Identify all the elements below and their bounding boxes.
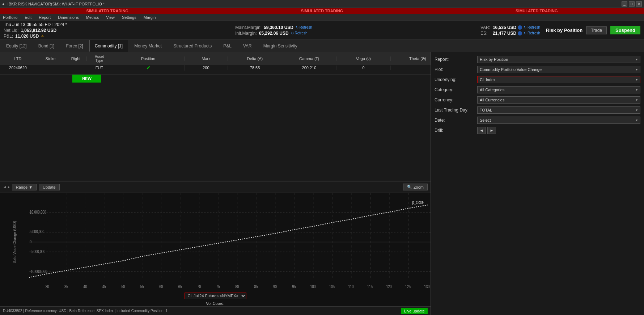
plot-select[interactable]: Commodity Portfolio Value Change bbox=[477, 66, 640, 73]
drill-left-button[interactable]: ◄ bbox=[477, 127, 486, 134]
underlying-row: Underlying: CL Index bbox=[435, 76, 640, 83]
bottom-info: DU4033502 | Reference currency: USD | Be… bbox=[3, 309, 168, 313]
update-button[interactable]: Update bbox=[39, 184, 59, 190]
suspend-button[interactable]: Suspend bbox=[610, 26, 640, 34]
svg-text:120: 120 bbox=[386, 284, 391, 289]
col-right: Right bbox=[65, 56, 87, 61]
plot-label: Plot: bbox=[435, 67, 474, 72]
tabs-bar: Equity [12] Bond [1] Forex [2] Commodity… bbox=[0, 40, 644, 52]
cell-ltd: 20240620 bbox=[0, 66, 36, 70]
datetime: Thu Jun 13 09:55:55 EDT 2024 * bbox=[4, 22, 67, 27]
report-label: Report: bbox=[435, 57, 474, 62]
es-info-icon[interactable]: i bbox=[518, 31, 522, 35]
col-asset-type: AssetType bbox=[87, 55, 112, 63]
drill-right-button[interactable]: ► bbox=[487, 127, 496, 134]
cell-asset-type: FUT bbox=[87, 66, 112, 70]
risk-by-position-label: Risk by Position bbox=[546, 28, 582, 33]
maint-margin-refresh-btn[interactable]: ↻ Refresh bbox=[296, 25, 312, 29]
last-trading-day-select[interactable]: TOTAL bbox=[477, 106, 640, 114]
tab-equity[interactable]: Equity [12] bbox=[1, 40, 32, 52]
svg-text:70: 70 bbox=[197, 284, 201, 289]
svg-text:95: 95 bbox=[292, 284, 296, 289]
tab-money-market[interactable]: Money Market bbox=[129, 40, 167, 52]
chart-toolbar: ◄ ● Range ▼ Update 🔍 Zoom bbox=[0, 181, 431, 193]
svg-text:40: 40 bbox=[83, 284, 87, 289]
table-body: 20240620 FUT ✔ 200 78.55 200,210 0 0 NEW bbox=[0, 65, 431, 83]
col-ltd: LTD bbox=[0, 56, 36, 61]
table-row: 20240620 FUT ✔ 200 78.55 200,210 0 0 bbox=[0, 65, 431, 75]
category-label: Category: bbox=[435, 87, 474, 92]
var-info-icon[interactable]: i bbox=[518, 25, 522, 30]
y-axis-label: tfolio Value Change (USD) bbox=[0, 193, 29, 291]
category-select-wrapper: All Categories bbox=[477, 86, 640, 93]
cell-checked[interactable]: ✔ bbox=[112, 65, 185, 71]
right-panel: Report: Risk by Position Plot: Commodity… bbox=[431, 52, 644, 315]
col-strike: Strike bbox=[36, 56, 65, 61]
menu-edit[interactable]: Edit bbox=[23, 15, 33, 20]
bottom-bar: DU4033502 | Reference currency: USD | Be… bbox=[0, 306, 431, 315]
cell-trade-check[interactable] bbox=[0, 70, 36, 74]
menu-portfolio[interactable]: Portfolio bbox=[1, 15, 19, 20]
menu-margin[interactable]: Margin bbox=[142, 15, 157, 20]
col-mark: Mark bbox=[185, 56, 228, 61]
new-row: NEW bbox=[0, 75, 431, 83]
currency-row: Currency: All Currencies bbox=[435, 96, 640, 104]
svg-text:65: 65 bbox=[178, 284, 182, 289]
tab-structured-products[interactable]: Structured Products bbox=[168, 40, 217, 52]
plot-row: Plot: Commodity Portfolio Value Change bbox=[435, 66, 640, 73]
date-label: Date: bbox=[435, 118, 474, 123]
menu-settings[interactable]: Settings bbox=[120, 15, 138, 20]
drill-buttons: ◄ ► bbox=[477, 127, 496, 134]
date-select-wrapper: Select bbox=[477, 117, 640, 124]
tab-forex[interactable]: Forex [2] bbox=[60, 40, 88, 52]
range-button[interactable]: Range ▼ bbox=[12, 184, 37, 190]
minimize-btn[interactable]: _ bbox=[622, 1, 627, 7]
currency-select[interactable]: All Currencies bbox=[477, 96, 640, 104]
maximize-btn[interactable]: □ bbox=[629, 1, 635, 7]
currency-select-wrapper: All Currencies bbox=[477, 96, 640, 104]
tab-commodity[interactable]: Commodity [1] bbox=[89, 40, 128, 52]
svg-text:80: 80 bbox=[235, 284, 239, 289]
svg-text:-10,000,000: -10,000,000 bbox=[30, 269, 47, 274]
tab-margin-sensitivity[interactable]: Margin Sensitivity bbox=[258, 40, 303, 52]
tab-var[interactable]: VAR bbox=[238, 40, 257, 52]
svg-text:60: 60 bbox=[159, 284, 163, 289]
plot-select-wrapper: Commodity Portfolio Value Change bbox=[477, 66, 640, 73]
title-bar: ● IBKR RISK NAVIGATOR(SM): WHAT-IF PORTF… bbox=[0, 0, 644, 8]
underlying-futures-select[interactable]: CL Jul'24 Futures <NYMEX> bbox=[185, 293, 246, 299]
col-delta: Delta (Δ) bbox=[228, 56, 282, 61]
var-refresh-btn[interactable]: ↻ Refresh bbox=[524, 25, 540, 29]
close-btn[interactable]: ✕ bbox=[636, 1, 642, 7]
underlying-select[interactable]: CL Index bbox=[477, 76, 640, 83]
underlying-label: Underlying: bbox=[435, 77, 474, 82]
init-margin-refresh-btn[interactable]: ↻ Refresh bbox=[291, 31, 308, 35]
menu-dimensions[interactable]: Dimensions bbox=[56, 15, 80, 20]
menu-metrics[interactable]: Metrics bbox=[85, 15, 100, 20]
trade-button[interactable]: Trade bbox=[586, 26, 607, 34]
es-refresh-btn[interactable]: ↻ Refresh bbox=[524, 31, 540, 35]
app-title: IBKR RISK NAVIGATOR(SM): WHAT-IF PORTFOL… bbox=[8, 2, 105, 6]
tab-bond[interactable]: Bond [1] bbox=[33, 40, 60, 52]
svg-text:55: 55 bbox=[140, 284, 144, 289]
tab-pnl[interactable]: P&L bbox=[218, 40, 237, 52]
cell-delta: 200,210 bbox=[282, 66, 336, 70]
svg-text:115: 115 bbox=[367, 284, 373, 289]
new-row-label[interactable]: NEW bbox=[72, 75, 101, 83]
date-select[interactable]: Select bbox=[477, 117, 640, 124]
cell-position[interactable]: 200 bbox=[185, 66, 228, 70]
menu-report[interactable]: Report bbox=[37, 15, 52, 20]
menu-bar: Portfolio Edit Report Dimensions Metrics… bbox=[0, 14, 644, 21]
report-select[interactable]: Risk by Position bbox=[477, 56, 640, 63]
col-position: Position bbox=[112, 56, 185, 61]
menu-view[interactable]: View bbox=[105, 15, 116, 20]
svg-text:p_close: p_close bbox=[412, 200, 424, 205]
category-select[interactable]: All Categories bbox=[477, 86, 640, 93]
svg-text:50: 50 bbox=[121, 284, 125, 289]
last-trading-day-row: Last Trading Day: TOTAL bbox=[435, 106, 640, 114]
svg-text:30: 30 bbox=[45, 284, 49, 289]
svg-text:35: 35 bbox=[64, 284, 68, 289]
report-row: Report: Risk by Position bbox=[435, 56, 640, 63]
live-update-badge: Live update bbox=[401, 308, 428, 314]
svg-text:10,000,000: 10,000,000 bbox=[30, 209, 46, 214]
zoom-button[interactable]: 🔍 Zoom bbox=[403, 184, 428, 190]
